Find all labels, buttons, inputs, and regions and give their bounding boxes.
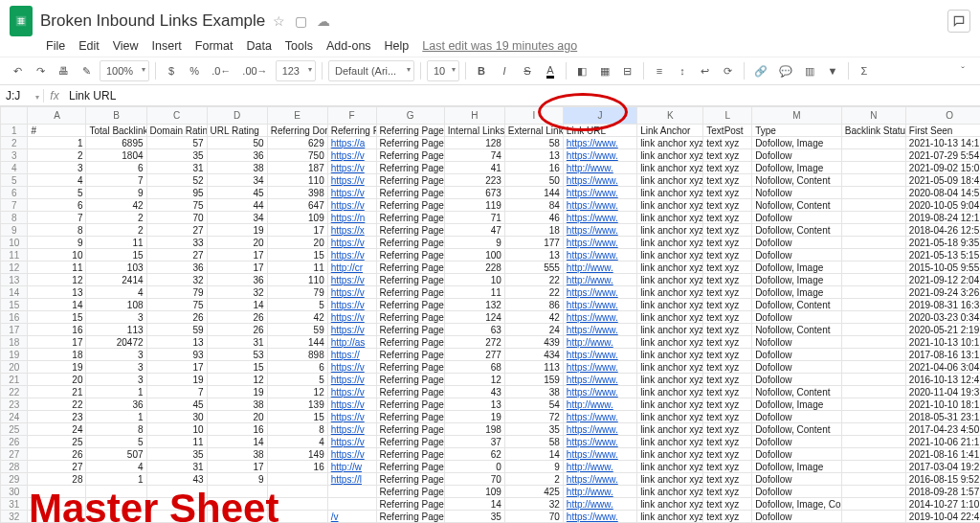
cell[interactable]: http://www. xyxy=(563,398,636,411)
table-row[interactable]: 16153262642https://vReferring Page12442h… xyxy=(1,311,981,324)
cell[interactable]: 74 xyxy=(444,149,504,162)
menu-tools[interactable]: Tools xyxy=(285,39,313,53)
cell[interactable]: 5 xyxy=(28,187,86,199)
cell[interactable] xyxy=(841,162,905,174)
cell[interactable]: text xyz xyxy=(703,212,752,224)
row-header[interactable]: 9 xyxy=(1,224,28,237)
cell[interactable]: link anchor xyz xyxy=(637,386,703,398)
formula-input[interactable]: Link URL xyxy=(65,89,980,102)
cell[interactable]: Referring Page xyxy=(376,274,444,286)
cell[interactable]: text xyz xyxy=(703,511,752,523)
cell[interactable]: 2021-05-13 5:15 xyxy=(905,249,980,262)
cell[interactable]: https://www. xyxy=(563,411,636,423)
cell[interactable] xyxy=(86,511,146,523)
cell[interactable]: text xyz xyxy=(703,162,752,174)
cell[interactable]: 17 xyxy=(207,262,267,274)
cell[interactable]: 31 xyxy=(207,336,267,349)
cell[interactable]: 1804 xyxy=(86,149,146,162)
cell[interactable]: 42 xyxy=(504,311,563,324)
col-header[interactable]: I xyxy=(504,107,563,125)
cell[interactable]: http://www. xyxy=(563,162,636,174)
cell[interactable]: Dofollow xyxy=(752,249,842,262)
cell[interactable]: 36 xyxy=(207,149,267,162)
cell[interactable] xyxy=(841,299,905,311)
cell[interactable]: 17 xyxy=(207,461,267,473)
cell[interactable]: Dofollow xyxy=(752,374,842,386)
cell[interactable]: 14 xyxy=(207,436,267,448)
cell[interactable]: 30 xyxy=(146,411,207,423)
cell[interactable]: 28 xyxy=(28,473,86,486)
cell[interactable]: 17 xyxy=(28,336,86,349)
cell[interactable]: 32 xyxy=(504,498,563,511)
cell[interactable]: 159 xyxy=(504,374,563,386)
table-row[interactable]: 2120319125https://vReferring Page12159ht… xyxy=(1,374,981,386)
cell[interactable]: text xyz xyxy=(703,386,752,398)
cell[interactable]: 5 xyxy=(267,299,327,311)
cell[interactable]: 2017-03-04 19:2 xyxy=(905,461,980,473)
cell[interactable]: 14 xyxy=(207,299,267,311)
cell[interactable]: https://www. xyxy=(563,324,636,336)
cell[interactable]: Dofollow xyxy=(752,149,842,162)
cell[interactable]: 425 xyxy=(504,486,563,498)
cell[interactable]: 2 xyxy=(86,212,146,224)
cell[interactable]: 31 xyxy=(146,461,207,473)
cell[interactable]: Nofollow xyxy=(752,336,842,349)
menu-file[interactable]: File xyxy=(46,39,65,53)
cell[interactable]: 198 xyxy=(444,423,504,436)
cell[interactable]: 144 xyxy=(267,336,327,349)
table-row[interactable]: 14134793279https://vReferring Page1122ht… xyxy=(1,286,981,299)
cell[interactable]: 41 xyxy=(444,162,504,174)
table-row[interactable]: 151410875145https://vReferring Page13286… xyxy=(1,299,981,311)
cell[interactable]: Referring Page xyxy=(376,311,444,324)
cell[interactable]: 15 xyxy=(267,411,327,423)
cell[interactable]: 673 xyxy=(444,187,504,199)
cell[interactable]: 2021-10-13 10:1 xyxy=(905,336,980,349)
cell[interactable]: Dofollow, Content xyxy=(752,299,842,311)
cell[interactable]: 2021-05-18 9:35 xyxy=(905,237,980,249)
cell[interactable]: 53 xyxy=(207,349,267,361)
cell[interactable] xyxy=(327,486,376,498)
cell[interactable]: link anchor xyz xyxy=(637,398,703,411)
menu-insert[interactable]: Insert xyxy=(152,39,182,53)
decimal-increase-button[interactable]: .00→ xyxy=(238,60,271,81)
cell[interactable]: 17 xyxy=(207,249,267,262)
comment-button-toolbar[interactable]: 💬 xyxy=(775,60,796,81)
cell[interactable]: 5 xyxy=(267,374,327,386)
cell[interactable]: 119 xyxy=(444,199,504,212)
header-cell[interactable]: Backlink Status xyxy=(841,125,905,137)
valign-button[interactable]: ↕ xyxy=(673,60,692,81)
cell[interactable]: 19 xyxy=(207,386,267,398)
row-header[interactable]: 21 xyxy=(1,374,28,386)
cell[interactable]: 13 xyxy=(504,249,563,262)
cell[interactable]: 6 xyxy=(267,361,327,374)
cell[interactable]: Referring Page xyxy=(376,237,444,249)
cloud-icon[interactable]: ☁ xyxy=(317,13,330,29)
cell[interactable]: 647 xyxy=(267,199,327,212)
cell[interactable]: Dofollow xyxy=(752,436,842,448)
header-cell[interactable]: Type xyxy=(752,125,842,137)
spreadsheet-grid[interactable]: A B C D E F G H I J K L M N O P 1#Total … xyxy=(0,106,980,523)
cell[interactable]: 16 xyxy=(28,324,86,336)
cell[interactable]: text xyz xyxy=(703,374,752,386)
cell[interactable]: 22 xyxy=(504,286,563,299)
cell[interactable]: 2017-04-23 4:50 xyxy=(905,423,980,436)
cell[interactable]: https://www. xyxy=(563,349,636,361)
cell[interactable]: Dofollow, Image xyxy=(752,274,842,286)
cell[interactable]: 110 xyxy=(267,174,327,187)
cell[interactable]: 1 xyxy=(86,473,146,486)
cell[interactable]: /v xyxy=(327,511,376,523)
table-row[interactable]: 76427544647https://vReferring Page11984h… xyxy=(1,199,981,212)
cell[interactable]: Dofollow, Image xyxy=(752,162,842,174)
cell[interactable]: 9 xyxy=(504,461,563,473)
cell[interactable]: 50 xyxy=(207,137,267,149)
cell[interactable]: 52 xyxy=(146,174,207,187)
cell[interactable]: link anchor xyz xyxy=(637,187,703,199)
cell[interactable]: 144 xyxy=(504,187,563,199)
cell[interactable]: https://www. xyxy=(563,473,636,486)
cell[interactable]: Dofollow xyxy=(752,473,842,486)
cell[interactable]: 20 xyxy=(267,237,327,249)
cell[interactable]: text xyz xyxy=(703,498,752,511)
table-row[interactable]: 2168955750629https://aReferring Page1285… xyxy=(1,137,981,149)
cell[interactable]: 22 xyxy=(504,274,563,286)
cell[interactable] xyxy=(841,187,905,199)
